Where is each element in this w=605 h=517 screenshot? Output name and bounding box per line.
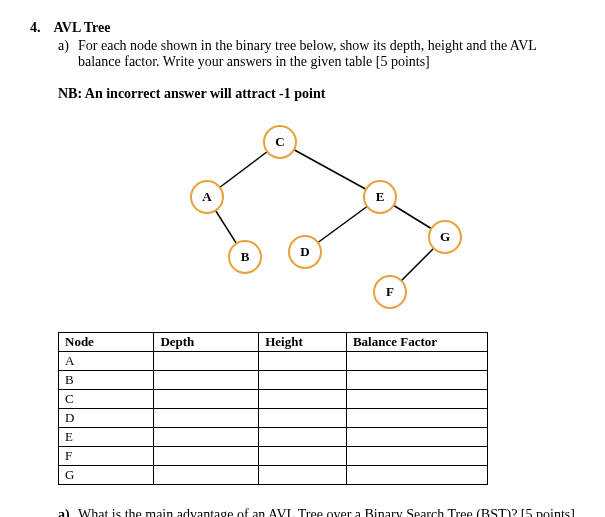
cell-depth [154, 466, 259, 485]
part-a: a) For each node shown in the binary tre… [58, 38, 575, 70]
cell-bf [346, 371, 487, 390]
header-height: Height [259, 333, 347, 352]
cell-node: C [59, 390, 154, 409]
cell-height [259, 390, 347, 409]
cell-bf [346, 409, 487, 428]
cell-depth [154, 409, 259, 428]
table-row: E [59, 428, 488, 447]
cell-bf [346, 447, 487, 466]
table-row: C [59, 390, 488, 409]
table-row: B [59, 371, 488, 390]
nb-warning: NB: An incorrect answer will attract -1 … [58, 86, 575, 102]
cell-depth [154, 447, 259, 466]
cell-depth [154, 371, 259, 390]
tree-node-c: C [263, 125, 297, 159]
tree-node-a: A [190, 180, 224, 214]
table-row: D [59, 409, 488, 428]
cell-depth [154, 352, 259, 371]
tree-node-d: D [288, 235, 322, 269]
cell-depth [154, 428, 259, 447]
part-b-letter: a) [58, 507, 78, 517]
cell-bf [346, 390, 487, 409]
header-depth: Depth [154, 333, 259, 352]
cell-height [259, 466, 347, 485]
cell-height [259, 409, 347, 428]
question-number: 4. [30, 20, 50, 36]
question-title: AVL Tree [54, 20, 111, 35]
tree-node-g: G [428, 220, 462, 254]
cell-bf [346, 428, 487, 447]
table-row: G [59, 466, 488, 485]
part-a-letter: a) [58, 38, 78, 70]
cell-node: B [59, 371, 154, 390]
answer-table: Node Depth Height Balance Factor A B C D [58, 332, 488, 485]
cell-height [259, 428, 347, 447]
part-b-text: What is the main advantage of an AVL Tre… [78, 507, 575, 517]
cell-height [259, 447, 347, 466]
cell-depth [154, 390, 259, 409]
tree-diagram: C A E B D G F [90, 122, 470, 322]
header-node: Node [59, 333, 154, 352]
cell-bf [346, 352, 487, 371]
cell-node: A [59, 352, 154, 371]
cell-height [259, 371, 347, 390]
table-row: A [59, 352, 488, 371]
question-header: 4. AVL Tree [30, 20, 575, 36]
cell-node: E [59, 428, 154, 447]
table-header-row: Node Depth Height Balance Factor [59, 333, 488, 352]
cell-node: D [59, 409, 154, 428]
tree-node-f: F [373, 275, 407, 309]
cell-node: F [59, 447, 154, 466]
tree-node-e: E [363, 180, 397, 214]
part-a-text: For each node shown in the binary tree b… [78, 38, 575, 70]
tree-node-b: B [228, 240, 262, 274]
part-b: a) What is the main advantage of an AVL … [58, 507, 575, 517]
cell-bf [346, 466, 487, 485]
cell-height [259, 352, 347, 371]
header-balance-factor: Balance Factor [346, 333, 487, 352]
table-row: F [59, 447, 488, 466]
cell-node: G [59, 466, 154, 485]
